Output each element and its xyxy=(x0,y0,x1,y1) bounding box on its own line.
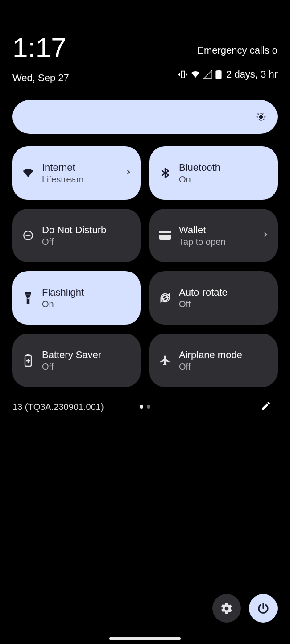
airplane-icon xyxy=(158,355,172,366)
build-number: 13 (TQ3A.230901.001) xyxy=(12,402,104,412)
tile-subtitle: Lifestream xyxy=(42,174,117,185)
tile-auto-rotate[interactable]: Auto-rotate Off xyxy=(149,271,278,325)
tile-subtitle: Off xyxy=(42,362,133,372)
svg-rect-10 xyxy=(27,354,29,356)
bluetooth-icon xyxy=(158,167,172,179)
tile-internet[interactable]: Internet Lifestream xyxy=(12,146,141,200)
wallet-icon xyxy=(158,231,172,240)
tile-title: Airplane mode xyxy=(179,349,269,361)
tile-subtitle: Off xyxy=(179,362,269,372)
tile-subtitle: On xyxy=(179,174,269,185)
edit-button[interactable] xyxy=(261,400,271,413)
tile-subtitle: Off xyxy=(42,237,133,247)
tile-bluetooth[interactable]: Bluetooth On xyxy=(149,146,278,200)
tile-title: Bluetooth xyxy=(179,162,269,173)
power-button[interactable] xyxy=(249,594,278,623)
clock-date[interactable]: Wed, Sep 27 xyxy=(12,72,69,84)
tile-do-not-disturb[interactable]: Do Not Disturb Off xyxy=(12,209,141,262)
auto-rotate-icon xyxy=(158,292,172,304)
svg-rect-7 xyxy=(25,292,31,294)
power-icon xyxy=(257,602,270,615)
tile-title: Flashlight xyxy=(42,287,133,298)
emergency-call-label: Emergency calls o xyxy=(197,45,278,56)
flashlight-icon xyxy=(21,292,35,304)
svg-rect-2 xyxy=(218,70,220,71)
brightness-icon xyxy=(255,111,267,123)
battery-icon xyxy=(215,70,222,79)
do-not-disturb-icon xyxy=(21,230,35,241)
battery-remaining-label: 2 days, 3 hr xyxy=(226,69,278,80)
tile-flashlight[interactable]: Flashlight On xyxy=(12,271,141,325)
svg-rect-6 xyxy=(159,233,171,235)
wifi-icon xyxy=(21,167,35,179)
tile-title: Auto-rotate xyxy=(179,287,269,298)
clock-time: 1:17 xyxy=(12,34,69,62)
svg-rect-1 xyxy=(215,70,221,79)
page-indicator[interactable] xyxy=(140,405,150,409)
status-icons: ! xyxy=(178,70,222,79)
tile-subtitle: Tap to open xyxy=(179,237,254,247)
tile-title: Internet xyxy=(42,162,117,173)
svg-point-8 xyxy=(27,297,29,299)
svg-rect-5 xyxy=(159,231,171,240)
tile-airplane-mode[interactable]: Airplane mode Off xyxy=(149,334,278,387)
page-dot xyxy=(147,405,150,409)
wifi-icon xyxy=(191,70,200,79)
battery-saver-icon xyxy=(21,354,35,367)
tile-title: Do Not Disturb xyxy=(42,224,133,236)
chevron-right-icon[interactable] xyxy=(261,231,269,240)
tile-battery-saver[interactable]: Battery Saver Off xyxy=(12,334,141,387)
pencil-icon xyxy=(261,400,271,411)
tile-subtitle: On xyxy=(42,299,133,310)
navigation-handle[interactable] xyxy=(109,637,181,640)
settings-button[interactable] xyxy=(212,594,241,623)
tile-subtitle: Off xyxy=(179,299,269,310)
tile-title: Wallet xyxy=(179,224,254,236)
gear-icon xyxy=(220,602,233,615)
tile-title: Battery Saver xyxy=(42,349,133,361)
signal-icon: ! xyxy=(203,70,213,79)
vibrate-icon xyxy=(178,70,188,79)
svg-point-3 xyxy=(259,115,263,119)
tile-wallet[interactable]: Wallet Tap to open xyxy=(149,209,278,262)
chevron-right-icon[interactable] xyxy=(124,168,133,178)
brightness-slider[interactable] xyxy=(12,100,278,134)
page-dot xyxy=(140,405,143,409)
svg-text:!: ! xyxy=(211,75,212,79)
